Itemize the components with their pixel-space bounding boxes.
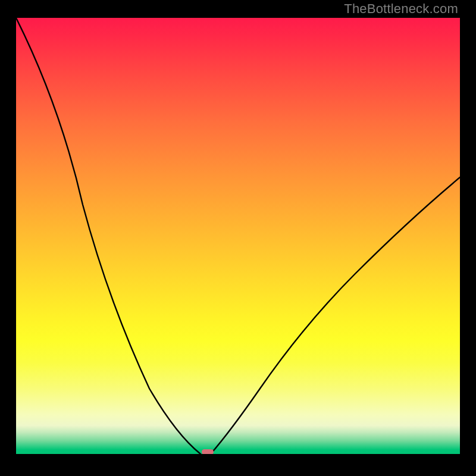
chart-frame: [0, 0, 476, 476]
chart-stage: TheBottleneck.com: [0, 0, 476, 476]
watermark-text: TheBottleneck.com: [344, 1, 458, 17]
